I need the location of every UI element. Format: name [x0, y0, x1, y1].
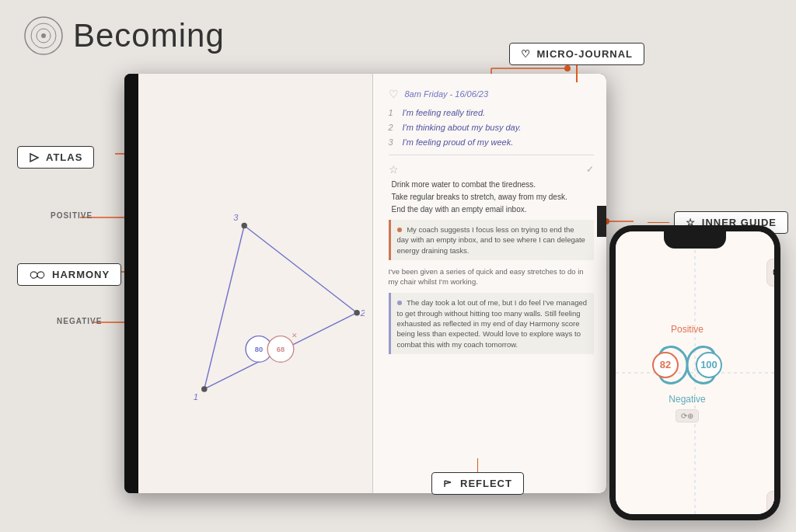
journal-date: 8am Friday - 16/06/23: [405, 89, 489, 99]
svg-text:82: 82: [660, 359, 671, 370]
journal-entry-2: 2 I'm thinking about my busy day.: [389, 123, 595, 132]
svg-point-18: [41, 33, 46, 38]
phone-icon-2: 💬: [766, 259, 780, 287]
svg-point-21: [354, 310, 359, 315]
reflection-block: The day took a lot out of me, but I do f…: [389, 293, 595, 353]
atlas-box[interactable]: ATLAS: [17, 146, 94, 169]
reflect-feature[interactable]: REFLECT: [431, 458, 524, 495]
harmony-badge: ⟳⊕: [676, 409, 699, 422]
microjournal-feature[interactable]: ♡ MICRO-JOURNAL: [509, 43, 645, 82]
given-series-text: I've been given a series of quick and ea…: [389, 266, 595, 287]
svg-text:2: 2: [360, 308, 365, 318]
svg-point-23: [241, 223, 246, 228]
svg-point-19: [201, 386, 207, 391]
coach-block: My coach suggests I focus less on trying…: [389, 220, 595, 260]
svg-text:68: 68: [277, 346, 285, 353]
reflect-box[interactable]: REFLECT: [431, 472, 524, 495]
phone-icon-4: 💬: [766, 491, 780, 519]
suggestion-1: Drink more water to combat the tiredness…: [389, 180, 595, 189]
notebook-spine: [124, 74, 138, 493]
notebook-left-page: 1 2 3 80 68 ✕: [138, 74, 373, 493]
logo-icon: [23, 16, 64, 56]
notebook-right-page: ♡ 8am Friday - 16/06/23 1 I'm feeling re…: [373, 74, 607, 493]
phone-screen: 💬 💬 ♡ 💬 Positive 82 100 Negative ⟳⊕: [616, 231, 774, 514]
play-icon: [29, 152, 40, 163]
svg-text:100: 100: [700, 359, 717, 370]
graph-area: 1 2 3 80 68 ✕: [146, 97, 365, 478]
svg-text:3: 3: [233, 213, 239, 222]
harmony-feature[interactable]: HARMONY: [17, 263, 121, 286]
suggestion-2: Take regular breaks to stretch, away fro…: [389, 193, 595, 201]
phone-notch: [664, 231, 726, 249]
reflect-connector: [477, 458, 479, 472]
negative-score-label: Negative: [669, 394, 705, 405]
microjournal-box[interactable]: ♡ MICRO-JOURNAL: [509, 43, 645, 65]
phone-mockup: 💬 💬 ♡ 💬 Positive 82 100 Negative ⟳⊕: [609, 225, 780, 520]
harmony-box[interactable]: HARMONY: [17, 263, 121, 286]
svg-marker-30: [30, 154, 38, 162]
journal-entry-3: 3 I'm feeling proud of my week.: [389, 137, 595, 147]
infinity-score-svg: 82 100: [641, 338, 734, 392]
innerguide-line: [648, 222, 669, 224]
svg-text:✕: ✕: [292, 332, 298, 339]
atlas-label: ATLAS: [46, 151, 82, 163]
infinity-icon: [29, 269, 46, 280]
microjournal-connector: [576, 65, 578, 82]
positive-score-label: Positive: [671, 324, 703, 335]
atlas-feature[interactable]: ATLAS: [17, 146, 94, 169]
svg-text:80: 80: [255, 346, 263, 353]
flag-icon: [443, 479, 454, 489]
microjournal-label: MICRO-JOURNAL: [537, 48, 634, 60]
suggestion-3: End the day with an empty email inbox.: [389, 205, 595, 214]
journal-entry-1: 1 I'm feeling really tired.: [389, 108, 595, 117]
app-title: Becoming: [73, 17, 225, 54]
svg-text:1: 1: [194, 392, 198, 402]
journal-content: ♡ 8am Friday - 16/06/23 1 I'm feeling re…: [373, 74, 607, 493]
bookmark-tab: [597, 206, 606, 237]
harmony-label: HARMONY: [52, 269, 110, 280]
harmony-visualization: Positive 82 100 Negative ⟳⊕: [641, 324, 734, 422]
reflect-label: REFLECT: [460, 478, 512, 489]
notebook: 1 2 3 80 68 ✕ ♡ 8am Friday - 16/06/23: [124, 74, 606, 493]
header: Becoming: [23, 16, 225, 56]
